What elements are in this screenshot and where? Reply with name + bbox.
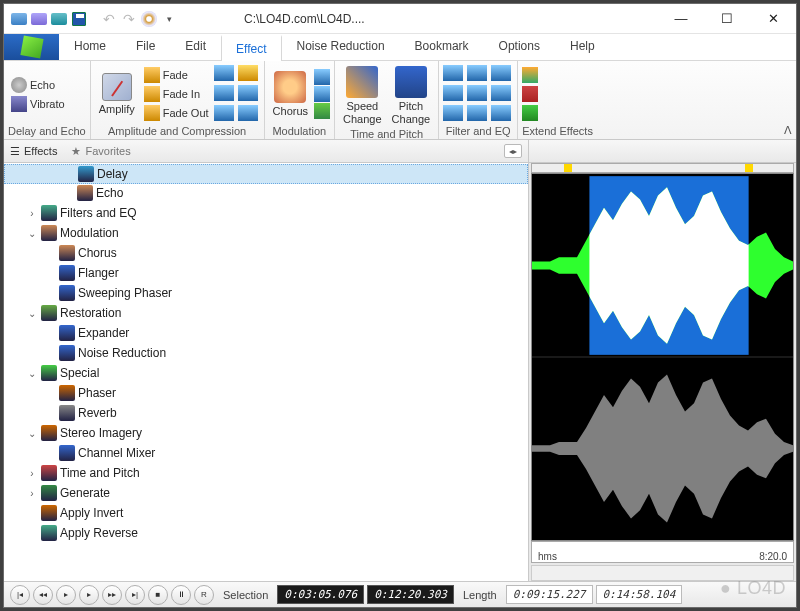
- eq-icon: [41, 205, 57, 221]
- redo-icon[interactable]: ↷: [120, 10, 138, 28]
- fade-out-button[interactable]: Fade Out: [141, 104, 212, 122]
- tree-item-echo[interactable]: Echo: [4, 183, 528, 203]
- feq-9[interactable]: [491, 105, 511, 121]
- play2-button[interactable]: ▸: [79, 585, 99, 605]
- qat-dropdown-icon[interactable]: ▾: [160, 10, 178, 28]
- feq-7[interactable]: [443, 105, 463, 121]
- chorus-button[interactable]: Chorus: [269, 69, 312, 120]
- tree-item-special[interactable]: ⌄Special: [4, 363, 528, 383]
- tree-item-filters-and-eq[interactable]: ›Filters and EQ: [4, 203, 528, 223]
- feq-4[interactable]: [443, 85, 463, 101]
- timeline-top[interactable]: [531, 163, 794, 173]
- tree-item-generate[interactable]: ›Generate: [4, 483, 528, 503]
- marker-end[interactable]: [745, 164, 753, 172]
- speed-change-button[interactable]: Speed Change: [339, 64, 386, 127]
- tree-item-sweeping-phaser[interactable]: Sweeping Phaser: [4, 283, 528, 303]
- skip-start-button[interactable]: |◂: [10, 585, 30, 605]
- tree-item-modulation[interactable]: ⌄Modulation: [4, 223, 528, 243]
- tree-item-noise-reduction[interactable]: Noise Reduction: [4, 343, 528, 363]
- fade-in-button[interactable]: Fade In: [141, 85, 212, 103]
- amp-extra-3[interactable]: [214, 85, 234, 101]
- length-value: 0:09:15.227: [506, 585, 593, 604]
- menu-tab-bookmark[interactable]: Bookmark: [400, 34, 484, 60]
- feq-5[interactable]: [467, 85, 487, 101]
- mod-extra-3[interactable]: [314, 103, 330, 119]
- pitch-change-button[interactable]: Pitch Change: [388, 64, 435, 127]
- tree-toggle-icon[interactable]: ›: [26, 488, 38, 499]
- menu-tab-edit[interactable]: Edit: [170, 34, 221, 60]
- amplify-button[interactable]: Amplify: [95, 71, 139, 118]
- tree-item-apply-invert[interactable]: Apply Invert: [4, 503, 528, 523]
- open3-icon[interactable]: [50, 10, 68, 28]
- tree-tabs: ☰ Effects ★ Favorites ◂▸: [4, 140, 528, 163]
- ffwd-button[interactable]: ▸▸: [102, 585, 122, 605]
- feq-8[interactable]: [467, 105, 487, 121]
- tree-item-reverb[interactable]: Reverb: [4, 403, 528, 423]
- amp-extra-1[interactable]: [214, 65, 234, 81]
- menu-tab-file[interactable]: File: [121, 34, 170, 60]
- waveform-canvas[interactable]: [531, 173, 794, 541]
- panel-collapse-button[interactable]: ◂▸: [504, 144, 522, 158]
- tree-item-time-and-pitch[interactable]: ›Time and Pitch: [4, 463, 528, 483]
- tree-item-delay[interactable]: Delay: [4, 164, 528, 184]
- undo-icon[interactable]: ↶: [100, 10, 118, 28]
- time-ruler[interactable]: hms 8:20.0: [531, 541, 794, 563]
- tab-favorites[interactable]: ★ Favorites: [71, 145, 130, 158]
- menu-tab-help[interactable]: Help: [555, 34, 610, 60]
- menu-tab-home[interactable]: Home: [59, 34, 121, 60]
- stop-button[interactable]: ■: [148, 585, 168, 605]
- tree-item-label: Flanger: [78, 266, 119, 280]
- mod-extra-2[interactable]: [314, 86, 330, 102]
- tree-item-expander[interactable]: Expander: [4, 323, 528, 343]
- ext-2[interactable]: [522, 86, 538, 102]
- tab-effects[interactable]: ☰ Effects: [10, 145, 57, 158]
- skip-end-button[interactable]: ▸|: [125, 585, 145, 605]
- fade-button[interactable]: Fade: [141, 66, 212, 84]
- maximize-button[interactable]: ☐: [704, 4, 750, 34]
- ext-1[interactable]: [522, 67, 538, 83]
- tree-toggle-icon[interactable]: ⌄: [26, 368, 38, 379]
- ext-3[interactable]: [522, 105, 538, 121]
- tree-item-flanger[interactable]: Flanger: [4, 263, 528, 283]
- play-button[interactable]: ▸: [56, 585, 76, 605]
- tree-item-restoration[interactable]: ⌄Restoration: [4, 303, 528, 323]
- open2-icon[interactable]: [30, 10, 48, 28]
- feq-6[interactable]: [491, 85, 511, 101]
- app-menu-button[interactable]: [4, 34, 59, 60]
- menu-tab-noise-reduction[interactable]: Noise Reduction: [282, 34, 400, 60]
- minimize-button[interactable]: —: [658, 4, 704, 34]
- vibrato-button[interactable]: Vibrato: [8, 95, 68, 113]
- close-button[interactable]: ✕: [750, 4, 796, 34]
- tree-item-chorus[interactable]: Chorus: [4, 243, 528, 263]
- marker-start[interactable]: [564, 164, 572, 172]
- feq-3[interactable]: [491, 65, 511, 81]
- record-button[interactable]: R: [194, 585, 214, 605]
- tree-item-channel-mixer[interactable]: Channel Mixer: [4, 443, 528, 463]
- pause-button[interactable]: ⏸: [171, 585, 191, 605]
- menu-tab-effect[interactable]: Effect: [221, 35, 281, 61]
- menu-tab-options[interactable]: Options: [484, 34, 555, 60]
- save-icon[interactable]: [70, 10, 88, 28]
- amp-extra-6[interactable]: [238, 105, 258, 121]
- ribbon-collapse-icon[interactable]: ᐱ: [784, 124, 792, 137]
- tree-item-apply-reverse[interactable]: Apply Reverse: [4, 523, 528, 543]
- amp-extra-4[interactable]: [238, 85, 258, 101]
- open-icon[interactable]: [10, 10, 28, 28]
- rewind-button[interactable]: ◂◂: [33, 585, 53, 605]
- amp-extra-5[interactable]: [214, 105, 234, 121]
- tree-toggle-icon[interactable]: ⌄: [26, 428, 38, 439]
- tree-toggle-icon[interactable]: ›: [26, 208, 38, 219]
- tree-item-phaser[interactable]: Phaser: [4, 383, 528, 403]
- echo-button[interactable]: Echo: [8, 76, 68, 94]
- group-label-time-pitch: Time and Pitch: [339, 127, 434, 141]
- mod-extra-1[interactable]: [314, 69, 330, 85]
- amp-extra-2[interactable]: [238, 65, 258, 81]
- tree-toggle-icon[interactable]: ⌄: [26, 228, 38, 239]
- cd-icon[interactable]: [140, 10, 158, 28]
- tree-toggle-icon[interactable]: ›: [26, 468, 38, 479]
- tree-item-stereo-imagery[interactable]: ⌄Stereo Imagery: [4, 423, 528, 443]
- feq-2[interactable]: [467, 65, 487, 81]
- effects-tree[interactable]: DelayEcho›Filters and EQ⌄ModulationChoru…: [4, 163, 528, 581]
- feq-1[interactable]: [443, 65, 463, 81]
- tree-toggle-icon[interactable]: ⌄: [26, 308, 38, 319]
